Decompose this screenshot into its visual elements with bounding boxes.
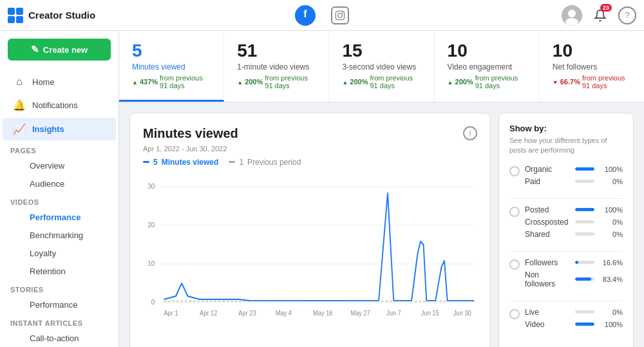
- filter-group: Posted 100% Crossposted 0% Shared 0%: [509, 205, 623, 242]
- instagram-icon[interactable]: [331, 6, 349, 24]
- bar-percentage: 83.4%: [598, 276, 623, 283]
- change-arrow-icon: [553, 78, 558, 86]
- filter-groups: Organic 100% Paid 0% Posted 100% Crosspo…: [509, 165, 623, 332]
- filter-group: Followers 16.6% Non followers 83.4%: [509, 258, 623, 292]
- chart-panel: Minutes viewed Apr 1, 2022 - Jun 30, 202…: [129, 113, 491, 347]
- svg-text:Apr 12: Apr 12: [200, 309, 217, 316]
- legend-current-label: Minutes viewed: [162, 158, 219, 167]
- filter-label: Followers: [525, 258, 571, 267]
- help-button[interactable]: ?: [618, 6, 636, 24]
- filter-row: Non followers 83.4%: [525, 270, 623, 288]
- sidebar-sub-loyalty[interactable]: Loyalty: [3, 245, 116, 262]
- chart-info-button[interactable]: i: [463, 126, 477, 140]
- filter-radio[interactable]: [509, 166, 520, 176]
- stat-change: 200% from previous 91 days: [342, 74, 421, 89]
- sidebar-sub-audience[interactable]: Audience: [3, 175, 116, 192]
- svg-text:May 27: May 27: [351, 309, 370, 316]
- stats-bar: 5 Minutes viewed 437% from previous 91 d…: [119, 31, 644, 102]
- sidebar-sub-cta[interactable]: Call-to-action: [3, 330, 116, 347]
- svg-text:0: 0: [151, 297, 155, 305]
- stat-item[interactable]: 51 1-minute video views 200% from previo…: [224, 31, 329, 102]
- bar-fill: [575, 167, 594, 171]
- sidebar-sub-retention[interactable]: Retention: [3, 263, 116, 280]
- svg-text:Jun 30: Jun 30: [453, 309, 471, 316]
- filter-label: Non followers: [525, 270, 571, 288]
- svg-point-1: [338, 13, 343, 17]
- filter-rows: Followers 16.6% Non followers 83.4%: [525, 258, 623, 292]
- bar-background: [575, 261, 594, 264]
- bar-background: [575, 232, 594, 236]
- legend-current-count: 5: [153, 158, 158, 167]
- filter-radio[interactable]: [509, 309, 520, 319]
- home-label: Home: [32, 77, 55, 87]
- insights-icon: 📈: [13, 123, 26, 135]
- line-chart: 30 20 10 0 Apr 1 Apr 12 Apr 23 May 4: [143, 177, 477, 325]
- stat-change: 66.7% from previous 91 days: [553, 74, 631, 89]
- bar-background: [575, 208, 594, 211]
- stat-item[interactable]: 15 3-second video views 200% from previo…: [329, 31, 434, 102]
- stat-item[interactable]: 10 Video engagement 200% from previous 9…: [435, 31, 540, 102]
- filter-row: Shared 0%: [525, 230, 623, 239]
- avatar[interactable]: [562, 5, 582, 26]
- instant-section-header: Instant Articles: [0, 314, 118, 330]
- legend-prev-count: 1: [239, 158, 243, 167]
- sidebar-sub-overview[interactable]: Overview: [3, 157, 116, 174]
- insights-label: Insights: [32, 124, 64, 134]
- filter-label: Posted: [525, 205, 571, 214]
- bar-background: [575, 323, 594, 326]
- sidebar-sub-performance[interactable]: Performance: [3, 209, 116, 226]
- platform-switcher: f: [295, 5, 349, 26]
- stat-change: 200% from previous 91 days: [448, 74, 526, 89]
- stat-item[interactable]: 5 Minutes viewed 437% from previous 91 d…: [119, 31, 224, 102]
- create-section: ✎ Create new: [8, 39, 111, 61]
- sidebar: ✎ Create new ⌂ Home 🔔 Notifications 📈 In…: [0, 31, 119, 347]
- filter-label: Paid: [525, 177, 571, 186]
- filter-label: Crossposted: [525, 218, 571, 227]
- stat-label: 3-second video views: [342, 62, 421, 71]
- sidebar-item-home[interactable]: ⌂ Home: [3, 71, 116, 93]
- bar-background: [575, 220, 594, 223]
- home-icon: ⌂: [13, 76, 26, 88]
- filter-radio[interactable]: [509, 259, 520, 270]
- filter-label: Shared: [525, 230, 571, 239]
- sidebar-item-notifications[interactable]: 🔔 Notifications: [3, 94, 116, 117]
- topnav: Creator Studio f 23 ?: [0, 0, 644, 31]
- videos-section-header: Videos: [0, 193, 118, 209]
- sidebar-sub-stories-performance[interactable]: Performance: [3, 296, 116, 314]
- stat-change: 437% from previous 91 days: [132, 74, 211, 89]
- bar-background: [575, 277, 594, 281]
- filter-label: Video: [525, 320, 571, 329]
- filter-radio[interactable]: [509, 207, 520, 217]
- app: Creator Studio f 23 ?: [0, 0, 644, 347]
- notifications-button[interactable]: 23: [590, 5, 611, 26]
- svg-text:Jun 15: Jun 15: [421, 309, 439, 316]
- sidebar-item-insights[interactable]: 📈 Insights: [3, 118, 116, 140]
- filter-group: Live 0% Video 100%: [509, 308, 623, 332]
- legend-dot-prev: [229, 161, 235, 163]
- chart-legend: 5 Minutes viewed 1 Previous period: [143, 158, 477, 167]
- stat-number: 15: [342, 41, 421, 61]
- bar-percentage: 16.6%: [598, 259, 623, 267]
- bar-percentage: 100%: [598, 206, 623, 214]
- svg-text:30: 30: [147, 182, 155, 189]
- legend-dot-current: [143, 161, 149, 163]
- change-arrow-icon: [132, 78, 138, 86]
- svg-point-2: [342, 12, 343, 14]
- svg-text:May 16: May 16: [313, 309, 332, 316]
- bar-percentage: 0%: [598, 218, 623, 226]
- filter-row: Paid 0%: [525, 177, 623, 186]
- filter-row: Posted 100%: [525, 205, 623, 214]
- create-new-button[interactable]: ✎ Create new: [8, 39, 111, 61]
- plus-icon: ✎: [31, 44, 39, 55]
- legend-current[interactable]: 5 Minutes viewed: [143, 158, 218, 167]
- pages-section-header: Pages: [0, 142, 118, 157]
- filter-label: Organic: [525, 165, 571, 174]
- divider: [509, 198, 623, 199]
- legend-prev[interactable]: 1 Previous period: [229, 158, 301, 167]
- facebook-icon[interactable]: f: [295, 5, 316, 26]
- filter-group: Organic 100% Paid 0%: [509, 165, 623, 189]
- sidebar-sub-benchmarking[interactable]: Benchmarking: [3, 227, 116, 244]
- bar-fill: [575, 277, 591, 281]
- stat-item[interactable]: 10 Net followers 66.7% from previous 91 …: [540, 31, 644, 102]
- topnav-right: 23 ?: [562, 5, 636, 26]
